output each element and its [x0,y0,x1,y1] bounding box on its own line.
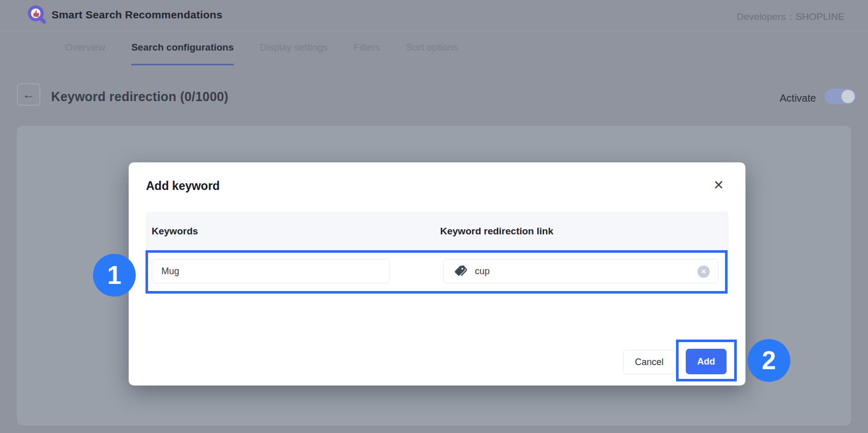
step-1-badge: 1 [93,254,136,297]
activate-toggle[interactable] [825,89,856,104]
tab-display-settings[interactable]: Display settings [260,42,328,65]
screen: Smart Search Recommendations Developers：… [0,0,868,433]
tab-sort-options[interactable]: Sort options [406,42,458,65]
app-logo-icon [27,5,47,25]
activate-label: Activate [780,92,816,104]
column-header-redirection-link: Keyword redirection link [440,212,553,250]
modal-title: Add keyword [146,179,220,193]
account-info: Developers：SHOPLINE [737,10,845,23]
toggle-knob [841,90,855,103]
tab-filters[interactable]: Filters [354,42,380,65]
keywords-input[interactable]: Mug [152,259,390,283]
account-name: SHOPLINE [795,11,845,22]
tab-overview[interactable]: Overview [65,42,105,65]
page-title: Keyword redirection (0/1000) [51,89,228,104]
clear-icon[interactable]: ✕ [697,266,710,278]
app-title: Smart Search Recommendations [52,9,223,21]
step-2-badge: 2 [748,339,790,382]
tab-search-configurations[interactable]: Search configurations [131,42,234,65]
column-header-keywords: Keywords [152,212,198,250]
back-arrow-icon: ← [22,87,35,102]
cancel-button[interactable]: Cancel [623,350,676,374]
redirection-link-value: cup [475,266,490,277]
tag-icon [454,264,468,278]
app-header: Smart Search Recommendations Developers：… [0,0,868,31]
keywords-input-value: Mug [161,266,179,277]
back-button[interactable]: ← [17,83,40,106]
clear-x-glyph: ✕ [701,268,706,275]
nav-tabs: Overview Search configurations Display s… [65,42,458,65]
close-icon[interactable]: ✕ [713,179,724,191]
account-label: Developers： [737,11,795,22]
redirection-link-input[interactable]: cup ✕ [443,259,718,283]
add-keyword-modal: Add keyword ✕ Keywords Keyword redirecti… [129,162,745,386]
table-header: Keywords Keyword redirection link [146,212,729,250]
annotation-highlight-box-add [676,340,737,381]
